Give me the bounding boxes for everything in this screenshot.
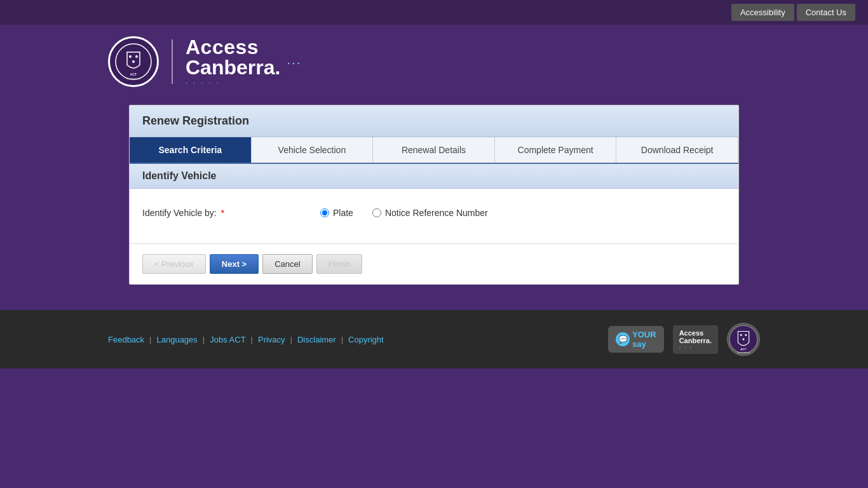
your-say-badge: 💬 YOUR say [608, 326, 664, 353]
button-row: < Previous Next > Cancel Finish [130, 243, 738, 284]
main-content: Renew Registration Search Criteria Vehic… [116, 98, 752, 310]
identify-vehicle-section: Identify Vehicle Identify Vehicle by: * … [130, 164, 738, 237]
cancel-button[interactable]: Cancel [262, 254, 312, 274]
logo-area: ACT Government Access Canberra. · · · · … [108, 36, 300, 87]
svg-point-1 [129, 55, 132, 58]
svg-point-7 [740, 334, 742, 336]
plate-radio[interactable] [320, 208, 329, 217]
previous-button[interactable]: < Previous [142, 254, 206, 274]
access-canberra-logo: Access Canberra. · · · · · · · · [186, 37, 300, 86]
tab-search-criteria[interactable]: Search Criteria [130, 137, 252, 163]
tab-complete-payment[interactable]: Complete Payment [495, 137, 617, 163]
identify-vehicle-radio-group: Plate Notice Reference Number [320, 208, 488, 218]
svg-point-8 [745, 334, 747, 336]
act-government-logo: ACT Government [108, 36, 159, 87]
your-say-bubble-icon: 💬 [616, 332, 630, 346]
tab-renewal-details[interactable]: Renewal Details [373, 137, 495, 163]
svg-text:Government: Government [126, 77, 141, 80]
notice-ref-label: Notice Reference Number [385, 208, 488, 218]
footer-disclaimer-link[interactable]: Disclaimer [297, 335, 336, 344]
tabs: Search Criteria Vehicle Selection Renewa… [130, 137, 738, 164]
required-indicator: * [221, 208, 224, 218]
identify-vehicle-label: Identify Vehicle by: * [142, 208, 320, 218]
identify-vehicle-row: Identify Vehicle by: * Plate Notice Refe… [130, 201, 738, 224]
plate-label: Plate [333, 208, 353, 218]
svg-point-3 [132, 60, 135, 63]
contact-button[interactable]: Contact Us [797, 4, 855, 21]
footer-links: Feedback | Languages | Jobs ACT | Privac… [108, 335, 384, 344]
footer-act-government-logo: ACT Government [727, 323, 760, 356]
finish-button: Finish [316, 254, 363, 274]
top-bar: Accessibility Contact Us [0, 0, 868, 25]
header: ACT Government Access Canberra. · · · · … [0, 25, 868, 98]
footer-jobs-link[interactable]: Jobs ACT [210, 335, 245, 344]
next-button[interactable]: Next > [210, 254, 259, 274]
footer-feedback-link[interactable]: Feedback [108, 335, 144, 344]
svg-point-9 [743, 339, 745, 341]
your-say-text: YOUR say [632, 330, 656, 349]
accessibility-button[interactable]: Accessibility [731, 4, 794, 21]
footer-logos: 💬 YOUR say Access Canberra. · · · ACT Go… [608, 323, 760, 356]
tab-download-receipt[interactable]: Download Receipt [616, 137, 738, 163]
svg-text:ACT: ACT [741, 348, 747, 351]
footer: Feedback | Languages | Jobs ACT | Privac… [0, 310, 868, 369]
notice-ref-option[interactable]: Notice Reference Number [372, 208, 488, 218]
svg-text:Government: Government [737, 351, 750, 354]
plate-option[interactable]: Plate [320, 208, 353, 218]
svg-point-2 [135, 55, 138, 58]
brand-canberra: Canberra. [186, 56, 280, 79]
form-title: Renew Registration [130, 105, 738, 137]
footer-copyright-link[interactable]: Copyright [348, 335, 384, 344]
brand-access: Access [186, 36, 259, 58]
footer-access-canberra-logo: Access Canberra. · · · [673, 325, 718, 354]
form-container: Renew Registration Search Criteria Vehic… [129, 105, 739, 285]
section-title: Identify Vehicle [130, 164, 738, 189]
tab-vehicle-selection[interactable]: Vehicle Selection [252, 137, 374, 163]
footer-privacy-link[interactable]: Privacy [258, 335, 285, 344]
logo-divider [172, 39, 173, 84]
notice-radio[interactable] [372, 208, 381, 217]
svg-text:ACT: ACT [130, 72, 137, 76]
footer-languages-link[interactable]: Languages [156, 335, 197, 344]
